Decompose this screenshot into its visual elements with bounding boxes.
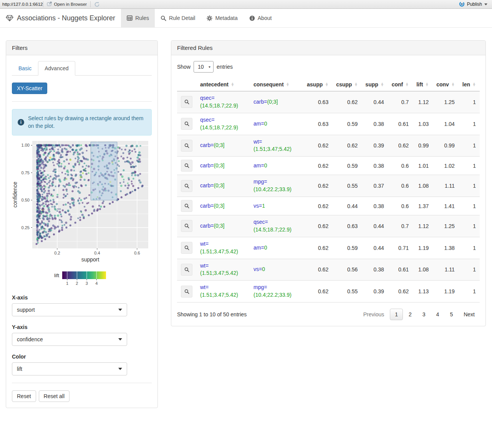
entries-label: entries [217, 64, 233, 70]
page-button-1[interactable]: 1 [390, 309, 403, 320]
tab-rule-detail-label: Rule Detail [169, 15, 195, 21]
publish-button[interactable]: Publish [467, 2, 482, 7]
metric-cell: 1.12 [412, 91, 432, 113]
sort-icons: ▲▼ [425, 83, 429, 86]
metric-cell: 0.63 [332, 215, 361, 237]
open-in-browser-label: Open in Browser [54, 2, 87, 7]
magnifier-icon [184, 99, 189, 104]
metric-cell: 0.99 [412, 135, 432, 157]
metric-cell: 0.39 [361, 281, 388, 303]
tab-rule-detail[interactable]: Rule Detail [155, 9, 201, 27]
reload-app-button[interactable] [91, 0, 103, 8]
y-axis-select[interactable]: confidence [12, 333, 127, 346]
sort-icons: ▲▼ [472, 83, 476, 86]
xy-scatter-button[interactable]: XY-Scatter [12, 83, 47, 94]
column-header-supp[interactable]: supp ▲▼ [361, 78, 388, 91]
metric-cell: 1 [459, 197, 480, 215]
sort-icons: ▲▼ [325, 83, 328, 86]
pagination: Previous12345Next [358, 309, 480, 320]
page-button-5[interactable]: 5 [445, 309, 458, 320]
rule-row: wt=(1.51;3.47;5.42) mpg=(10.4;22.2;33.9)… [177, 281, 480, 303]
page-button-3[interactable]: 3 [417, 309, 431, 320]
tab-metadata[interactable]: Metadata [201, 9, 243, 27]
lift-color-legend: lift1234 [12, 270, 150, 287]
next-page-button[interactable]: Next [459, 309, 480, 320]
metric-cell: 1.11 [432, 175, 459, 197]
metric-cell: 0.62 [303, 281, 332, 303]
metric-cell: 0.63 [303, 91, 332, 113]
magnifier-icon [184, 289, 189, 294]
color-group: Color lift [12, 354, 152, 375]
rule-detail-button[interactable] [181, 242, 192, 254]
chevron-down-icon [118, 368, 122, 370]
svg-text:confidence: confidence [12, 182, 18, 208]
main-tabs: Rules Rule Detail Metadata About [121, 9, 277, 27]
antecedent-cell: carb=(0;3] [196, 197, 250, 215]
x-axis-select[interactable]: support [12, 303, 127, 316]
gear-icon [207, 15, 212, 21]
metric-cell: 0.38 [361, 259, 388, 281]
metric-cell: 0.44 [361, 237, 388, 259]
column-header-conf[interactable]: conf ▲▼ [388, 78, 412, 91]
tab-about[interactable]: About [244, 9, 278, 27]
column-header-len[interactable]: len ▲▼ [459, 78, 480, 91]
metric-cell: 0.56 [332, 259, 361, 281]
column-header-consequent[interactable]: consequent ▲▼ [250, 78, 303, 91]
tab-rules[interactable]: Rules [121, 9, 155, 27]
metric-cell: 1.12 [412, 215, 432, 237]
reset-all-button[interactable]: Reset all [39, 390, 70, 402]
rule-row: wt=(1.51;3.47;5.42) am=0 0.620.590.440.7… [177, 237, 480, 259]
page-length-select[interactable]: 10 ▾ [194, 61, 214, 73]
metric-cell: 0.7 [388, 91, 412, 113]
navbar: Associations - Nuggets Explorer Rules Ru… [0, 9, 492, 28]
open-in-browser-button[interactable]: Open in Browser [43, 0, 91, 8]
reset-button[interactable]: Reset [12, 390, 36, 402]
rule-detail-button[interactable] [181, 200, 192, 212]
column-header-csupp[interactable]: csupp ▲▼ [332, 78, 361, 91]
antecedent-cell: carb=(0;3] [196, 215, 250, 237]
rule-detail-button[interactable] [181, 180, 192, 192]
rule-detail-button[interactable] [181, 264, 192, 276]
metric-cell: 0.38 [361, 197, 388, 215]
tab-advanced[interactable]: Advanced [38, 61, 75, 76]
metric-cell: 0.62 [332, 91, 361, 113]
metric-cell: 0.37 [361, 175, 388, 197]
app-window: http://127.0.0.1:6612 Open in Browser Pu… [0, 0, 492, 448]
metric-cell: 1.19 [432, 281, 459, 303]
scatter-plot[interactable]: 0.250.500.751.000.20.40.6supportconfiden… [12, 138, 150, 287]
metric-cell: 0.99 [432, 135, 459, 157]
rule-row: carb=(0;3] mpg=(10.4;22.2;33.9) 0.620.55… [177, 175, 480, 197]
table-icon [127, 15, 133, 21]
color-select[interactable]: lift [12, 362, 127, 375]
consequent-cell: vs=0 [250, 259, 303, 281]
previous-page-button[interactable]: Previous [358, 309, 389, 320]
consequent-cell: mpg=(10.4;22.2;33.9) [250, 281, 303, 303]
metric-cell: 1.08 [412, 175, 432, 197]
column-header-asupp[interactable]: asupp ▲▼ [303, 78, 332, 91]
column-header-antecedent[interactable]: antecedent ▲▼ [196, 78, 250, 91]
color-label: Color [12, 354, 152, 360]
svg-text:0.50: 0.50 [22, 198, 30, 202]
column-header-lift[interactable]: lift ▲▼ [412, 78, 432, 91]
rule-detail-button[interactable] [181, 286, 192, 298]
sort-icons: ▲▼ [231, 83, 234, 86]
tab-basic[interactable]: Basic [12, 61, 38, 76]
svg-text:1.00: 1.00 [22, 143, 30, 147]
rule-detail-button[interactable] [181, 220, 192, 232]
rule-detail-button[interactable] [181, 160, 192, 172]
rule-detail-button[interactable] [181, 140, 192, 152]
publish-caret-icon[interactable] [484, 3, 487, 5]
svg-text:0.25: 0.25 [22, 225, 30, 230]
open-in-browser-icon [47, 2, 52, 7]
selection-hint-alert: i Select rules by drawing a rectangle ar… [12, 109, 152, 136]
scatter-plot-canvas[interactable]: 0.250.500.751.000.20.40.6supportconfiden… [12, 138, 150, 265]
page-button-2[interactable]: 2 [404, 309, 417, 320]
rule-detail-button[interactable] [181, 118, 192, 130]
rule-detail-button[interactable] [181, 96, 192, 108]
filtered-rules-panel: Filtered Rules Show 10 ▾ entries anteced… [171, 40, 486, 326]
column-header-conv[interactable]: conv ▲▼ [432, 78, 459, 91]
page-button-4[interactable]: 4 [431, 309, 444, 320]
gem-icon [6, 15, 13, 21]
filtered-rules-title: Filtered Rules [171, 41, 485, 55]
url-text: http://127.0.0.1:6612 [2, 2, 43, 7]
